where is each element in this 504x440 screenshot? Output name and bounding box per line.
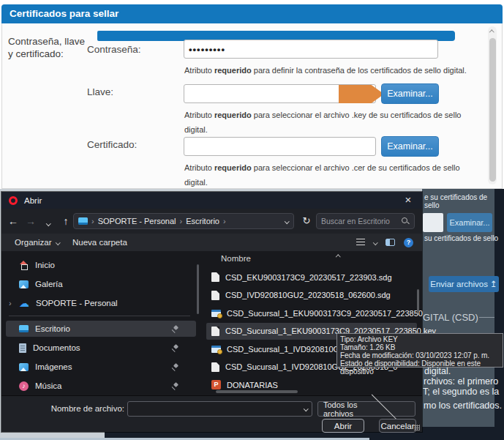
- history-chevron-icon[interactable]: [40, 215, 57, 227]
- column-header-nombre[interactable]: Nombre: [221, 254, 251, 263]
- bg-text-line4: mo los certificados.: [424, 400, 502, 411]
- screen: Certificados para sellar Contraseña, lla…: [0, 0, 504, 440]
- tooltip-line: Fecha de modificación: 03/10/2023 12:07 …: [340, 351, 500, 359]
- address-dropdown-chevron-icon[interactable]: [285, 219, 289, 223]
- sidebar-scrollbar-thumb[interactable]: [197, 264, 199, 314]
- pin-icon[interactable]: [171, 344, 179, 352]
- examinar-certificado-button[interactable]: Examinar...: [381, 136, 439, 157]
- sidebar-item-imagenes[interactable]: Imágenes: [6, 359, 196, 375]
- sidebar-separator: [9, 316, 190, 316]
- orange-arrow-pointer: [339, 85, 384, 103]
- pin-icon[interactable]: [171, 363, 179, 371]
- section-label-line2: y certificado:: [8, 48, 85, 60]
- address-bar[interactable]: › SOPORTE - Personal › Escritorio ›: [73, 213, 294, 229]
- certificado-help: Atributo requerido para seleccionar el a…: [184, 160, 477, 190]
- sidebar-item-musica[interactable]: Música: [6, 378, 196, 394]
- up-icon[interactable]: ↑: [57, 215, 75, 227]
- breadcrumb-item-soporte[interactable]: SOPORTE - Personal: [98, 217, 176, 225]
- file-icon: [211, 362, 219, 372]
- organizar-menu[interactable]: Organizar: [15, 238, 59, 247]
- examinar-llave-button[interactable]: Examinar...: [381, 83, 439, 104]
- llave-label: Llave:: [87, 86, 113, 97]
- section-label-line1: Contraseña, llave: [8, 35, 85, 48]
- sort-ascending-icon[interactable]: [336, 255, 340, 259]
- powerpoint-icon: [211, 380, 221, 389]
- abrir-button[interactable]: Abrir: [322, 419, 364, 433]
- form-scrollbar[interactable]: [488, 26, 497, 184]
- filename-dropdown-chevron-icon[interactable]: [304, 406, 308, 411]
- bg-help-text-bottom: su certificados de sello: [424, 234, 498, 242]
- filename-label: Nombre de archivo:: [42, 404, 124, 413]
- music-icon: [19, 381, 29, 391]
- expander-chevron-icon[interactable]: ›: [9, 299, 12, 307]
- bg-text-line3: T; el segundo es la: [423, 387, 499, 397]
- cancelar-button[interactable]: Cancelar: [379, 419, 416, 433]
- nueva-carpeta-button[interactable]: Nueva carpeta: [72, 238, 127, 247]
- breadcrumb-separator: ›: [223, 217, 226, 225]
- help-icon[interactable]: ?: [404, 238, 413, 247]
- sidebar-item-galeria[interactable]: Galería: [6, 276, 196, 292]
- back-icon[interactable]: ←: [4, 215, 22, 227]
- resize-grip[interactable]: [414, 425, 420, 430]
- home-icon: [19, 261, 29, 269]
- filetype-select[interactable]: Todos los archivos: [317, 401, 415, 417]
- search-input[interactable]: [321, 217, 401, 225]
- file-list-vertical-scrollbar-thumb[interactable]: [417, 289, 419, 313]
- breadcrumb-separator: ›: [179, 217, 182, 225]
- bg-partial-input: [423, 213, 443, 232]
- gallery-icon: [19, 280, 29, 288]
- organizar-chevron-icon: [56, 240, 60, 245]
- sidebar: Inicio Galería › ☁ SOPORTE - Personal Es…: [1, 251, 203, 395]
- certificado-input[interactable]: [184, 137, 376, 156]
- pin-icon[interactable]: [171, 382, 179, 390]
- form-title: Certificados para sellar: [1, 4, 503, 23]
- close-icon[interactable]: ×: [397, 192, 419, 209]
- bg-section-rule: [479, 317, 494, 318]
- filename-input[interactable]: [132, 405, 304, 414]
- dialog-title: Abrir: [24, 196, 42, 205]
- certificado-label: Certificado:: [87, 139, 137, 150]
- sidebar-item-soporte-personal[interactable]: › ☁ SOPORTE - Personal: [6, 295, 196, 311]
- search-box[interactable]: [316, 213, 415, 229]
- forward-icon[interactable]: →: [22, 215, 40, 227]
- images-icon: [19, 363, 29, 371]
- breadcrumb-item-escritorio[interactable]: Escritorio: [186, 217, 219, 225]
- file-list-horizontal-scrollbar-thumb[interactable]: [216, 390, 298, 393]
- dialog-titlebar[interactable]: Abrir ×: [1, 192, 422, 209]
- file-icon: [211, 291, 219, 300]
- bg-help-text-top: e su certificados de sello: [424, 193, 504, 209]
- contrasena-input[interactable]: [184, 40, 438, 59]
- sidebar-item-escritorio[interactable]: Escritorio: [6, 321, 196, 337]
- filename-combobox[interactable]: [127, 401, 312, 417]
- form-scrollbar-thumb[interactable]: [489, 38, 496, 182]
- dialog-footer: Nombre de archivo: Todos los archivos Ab…: [1, 395, 422, 432]
- llave-help: Atributo requerido para seleccionar el a…: [184, 108, 477, 137]
- sidebar-item-inicio[interactable]: Inicio: [6, 257, 196, 273]
- form-panel: Contraseña, llave y certificado: Contras…: [1, 23, 503, 189]
- sidebar-item-documentos[interactable]: Documentos: [6, 340, 196, 356]
- preview-pane-icon[interactable]: [385, 239, 395, 246]
- file-info-tooltip: Tipo: Archivo KEY Tamaño: 1.26 KB Fecha …: [336, 333, 503, 368]
- desktop-icon: [19, 325, 29, 332]
- tooltip-line: Estado de disponibilidad: Disponible en …: [340, 359, 500, 376]
- bg-text-line2: rchivos: el primero: [424, 376, 498, 387]
- contrasena-label: Contraseña:: [87, 44, 141, 55]
- contrasena-help: Atributo requerido para definir la contr…: [184, 63, 499, 78]
- certificate-icon: [211, 346, 221, 353]
- documents-icon: [19, 343, 26, 353]
- certificate-icon: [211, 310, 221, 317]
- file-row[interactable]: CSD_Sucursal_1_EKU9003173C9_20230517_223…: [206, 305, 417, 321]
- scrollbar-up-icon[interactable]: [489, 30, 494, 34]
- file-row[interactable]: CSD_EKU9003173C9_20230517_223903.sdg: [206, 269, 417, 286]
- list-view-icon[interactable]: [356, 239, 365, 246]
- refresh-icon[interactable]: ↻: [298, 213, 315, 229]
- open-file-dialog: Abrir × ← → ↑ › SOPORTE - Personal › Esc…: [1, 192, 422, 432]
- file-icon: [211, 272, 219, 282]
- dialog-toolbar: Organizar Nueva carpeta ?: [1, 234, 422, 251]
- bg-examinar-button: Examinar...: [447, 213, 492, 232]
- file-row[interactable]: CSD_IVD920810GU2_20230518_062600.sdg: [206, 287, 417, 304]
- tooltip-line: Tipo: Archivo KEY: [340, 335, 500, 343]
- pin-icon[interactable]: [171, 325, 179, 333]
- view-options-chevron-icon[interactable]: [373, 240, 377, 245]
- file-icon: [211, 327, 219, 336]
